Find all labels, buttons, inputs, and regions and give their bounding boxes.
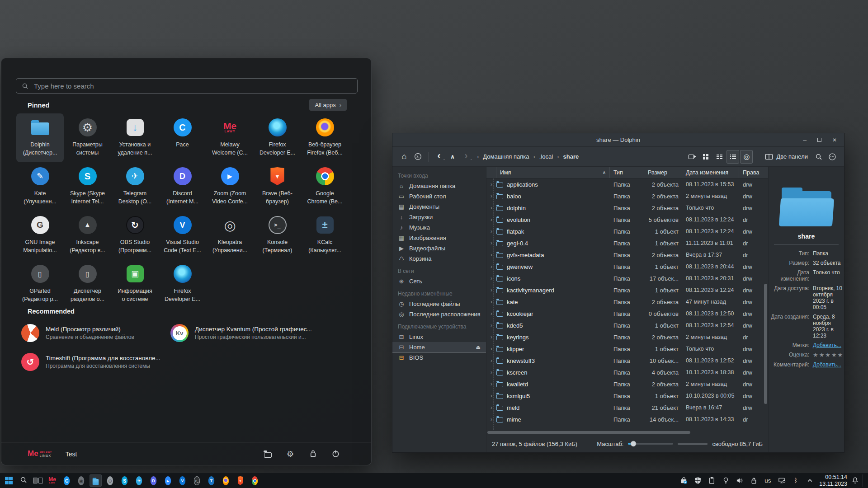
expand-icon[interactable]: [486, 346, 496, 352]
taskbar-thunderbird[interactable]: T: [205, 474, 217, 487]
sidebar-item-music[interactable]: ♪Музыка: [392, 222, 486, 233]
notifications-icon[interactable]: [851, 477, 859, 485]
file-row[interactable]: klipperПапка1 объектТолько чтоdrw: [486, 343, 768, 355]
preview-toggle-button[interactable]: [740, 150, 753, 164]
file-row[interactable]: kded5Папка1 объект08.11.2023 в 12:54drw: [486, 319, 768, 331]
lock-button[interactable]: [308, 449, 318, 459]
expand-icon[interactable]: [486, 252, 496, 258]
sidebar-item-device-home[interactable]: ⊟Home⏏: [392, 342, 486, 352]
app-tile-telegram[interactable]: ✈TelegramDesktop (O...: [111, 162, 159, 211]
launcher-search[interactable]: [16, 78, 358, 94]
sidebar-item-recent-files[interactable]: ◷Последние файлы: [392, 299, 486, 309]
bluetooth-icon[interactable]: ᛒ: [792, 477, 800, 485]
sidebar-item-recent-locations[interactable]: ◎Последние расположения: [392, 309, 486, 319]
app-tile-chrome[interactable]: GoogleChrome (Be...: [301, 162, 349, 211]
up-button[interactable]: [446, 150, 459, 164]
security-shield-icon[interactable]: [693, 477, 702, 485]
minimize-button[interactable]: [803, 136, 807, 144]
recommended-item-timeshift[interactable]: ↺Timeshift (Программа для восстановле...…: [21, 350, 170, 374]
search-input[interactable]: [33, 82, 352, 90]
display-connect-icon[interactable]: [778, 477, 786, 485]
taskbar-melawy[interactable]: MeLAWY: [46, 474, 58, 487]
back-button[interactable]: [433, 150, 445, 164]
sidebar-item-home[interactable]: ⌂Домашняя папка: [392, 181, 486, 191]
taskbar-brave[interactable]: ▼: [234, 474, 246, 487]
app-tile-kleopatra[interactable]: ◎Kleopatra(Управлени...: [206, 211, 254, 260]
sidebar-item-desktop[interactable]: ▭Рабочий стол: [392, 191, 486, 202]
app-tile-discord[interactable]: DDiscord(Internet M...: [159, 162, 206, 211]
file-row[interactable]: applicationsПапка2 объекта08.11.2023 в 1…: [486, 178, 768, 190]
app-tile-obs-studio[interactable]: ↻OBS Studio(Программ...: [111, 211, 159, 260]
breadcrumb-share[interactable]: share: [563, 153, 579, 160]
expand-icon[interactable]: [486, 334, 496, 340]
sidebar-item-documents[interactable]: ▤Документы: [392, 202, 486, 212]
expand-icon[interactable]: [486, 287, 496, 293]
pager-widget[interactable]: [32, 474, 44, 487]
column-date[interactable]: Дата изменения: [682, 167, 739, 178]
places-button[interactable]: [411, 150, 424, 164]
app-tile-firefox-developer[interactable]: FirefoxDeveloper E...: [254, 113, 301, 162]
sidebar-item-trash[interactable]: ♺Корзина: [392, 253, 486, 264]
expand-icon[interactable]: [486, 228, 496, 235]
app-tile-zoom[interactable]: ▶Zoom (ZoomVideo Confe...: [206, 162, 254, 211]
app-tile-kate[interactable]: ✎Kate(Улучшенн...: [16, 162, 64, 211]
taskbar-discord[interactable]: D: [147, 474, 160, 487]
file-row[interactable]: flatpakПапка1 объект08.11.2023 в 12:24dr…: [486, 225, 768, 237]
property-value[interactable]: Добавить...: [813, 342, 844, 348]
app-tile-brave[interactable]: ▼Brave (Веб-браузер): [254, 162, 301, 211]
file-row[interactable]: kscreenПапка4 объекта10.11.2023 в 18:38d…: [486, 366, 768, 378]
app-tile-gparted[interactable]: ▯GParted(Редактор р...: [16, 260, 64, 309]
menu-button[interactable]: [826, 150, 839, 164]
expand-icon[interactable]: [486, 216, 496, 223]
files-button[interactable]: [263, 449, 273, 459]
breadcrumb-local[interactable]: .local: [539, 153, 553, 160]
expand-icon[interactable]: [486, 381, 496, 387]
app-tile-gimp[interactable]: GGNU ImageManipulatio...: [16, 211, 64, 260]
app-tile-kcalc[interactable]: ±KCalc(Калькулят...: [301, 211, 349, 260]
expand-icon[interactable]: [486, 193, 496, 199]
file-row[interactable]: gvfs-metadataПапка2 объектаВчера в 17:37…: [486, 249, 768, 261]
taskbar-spectacle[interactable]: ◉: [75, 474, 87, 487]
app-tile-firefox-developer-2[interactable]: FirefoxDeveloper E...: [159, 260, 206, 309]
property-value[interactable]: Добавить...: [813, 361, 844, 368]
app-tile-pace[interactable]: CPace: [159, 113, 206, 162]
file-row[interactable]: kactivitymanagerdПапка1 объект08.11.2023…: [486, 284, 768, 296]
file-row[interactable]: meldПапка21 объектВчера в 16:47drw: [486, 402, 768, 413]
breadcrumb-home[interactable]: Домашняя папка: [483, 153, 529, 160]
app-tile-system-settings[interactable]: ⚙Параметрысистемы: [64, 113, 111, 162]
column-size[interactable]: Размер: [644, 167, 682, 178]
settings-button[interactable]: ⚙: [285, 449, 295, 459]
expand-icon[interactable]: [486, 322, 496, 328]
app-tile-vscode[interactable]: VVisual StudioCode (Text E...: [159, 211, 206, 260]
app-tile-melawy-welcome[interactable]: MeLAWYMelawyWelcome (C...: [206, 113, 254, 162]
expand-icon[interactable]: [486, 393, 496, 399]
taskbar-pace[interactable]: C: [61, 474, 73, 487]
recommended-item-meld[interactable]: Meld (Просмотр различий)Сравнение и объе…: [21, 321, 170, 345]
taskbar-telegram[interactable]: ✈: [133, 474, 145, 487]
file-row[interactable]: iconsПапка17 объек...08.11.2023 в 20:31d…: [486, 272, 768, 284]
column-name[interactable]: Имя∧: [496, 167, 610, 178]
updates-icon[interactable]: [679, 477, 688, 485]
file-row[interactable]: mimeПапка14 объек...08.11.2023 в 14:33dr: [486, 413, 768, 425]
file-row[interactable]: knewstuff3Папка10 объек...08.11.2023 в 1…: [486, 355, 768, 366]
app-tile-discover[interactable]: ↓Установка иудаление п...: [111, 113, 159, 162]
scrollbar-thumb[interactable]: [487, 431, 690, 434]
file-row[interactable]: gegl-0.4Папка1 объект11.11.2023 в 11:01d…: [486, 237, 768, 249]
taskbar-vscode[interactable]: V: [176, 474, 189, 487]
clipboard-icon[interactable]: [708, 477, 716, 485]
recommended-item-kvantum[interactable]: KvДиспетчер Kvantum (Простой графичес...…: [170, 321, 320, 345]
home-button[interactable]: [398, 150, 410, 164]
taskbar-chat[interactable]: ☺: [104, 474, 116, 487]
sidebar-item-videos[interactable]: ▶Видеофайлы: [392, 243, 486, 253]
sidebar-item-network[interactable]: ⊕Сеть: [392, 276, 486, 286]
app-tile-firefox[interactable]: Веб-браузерFirefox (Веб...: [301, 113, 349, 162]
app-tile-inkscape[interactable]: ▲Inkscape(Редактор в...: [64, 211, 111, 260]
start-menu-button[interactable]: [3, 474, 15, 487]
file-row[interactable]: kwalletdПапка2 объекта2 минуты назадdrw: [486, 378, 768, 390]
file-row[interactable]: dolphinПапка2 объектаТолько чтоdrw: [486, 202, 768, 214]
sidebar-item-pictures[interactable]: ▦Изображения: [392, 233, 486, 243]
taskbar-konsole[interactable]: >_: [191, 474, 203, 487]
screen-lock-icon[interactable]: [750, 477, 758, 485]
horizontal-scrollbar[interactable]: [486, 430, 768, 435]
sidebar-item-device-linux[interactable]: ⊟Linux: [392, 332, 486, 342]
